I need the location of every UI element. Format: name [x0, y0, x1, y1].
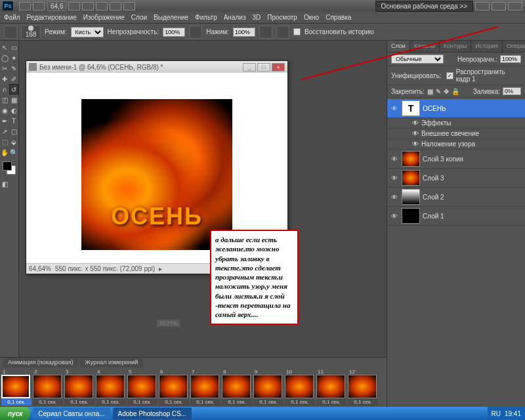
layer-opacity-input[interactable] [500, 55, 521, 63]
rotate-icon[interactable] [96, 2, 108, 10]
doc-info[interactable]: 550 пикс. x 550 пикс. (72,009 ppi) [55, 265, 155, 272]
frame-6[interactable]: 60,1 сек. [159, 369, 189, 406]
tab-actions[interactable]: Операции [503, 41, 525, 52]
marquee-tool[interactable]: ▭ [9, 42, 18, 52]
lock-transparency-icon[interactable]: ▦ [427, 88, 433, 95]
layer-outer-glow[interactable]: 👁 Внешнее свечение [387, 129, 525, 139]
lasso-tool[interactable]: ◯ [0, 52, 9, 63]
crop-tool[interactable]: ✂ [0, 63, 9, 74]
gradient-tool[interactable]: ▦ [9, 94, 18, 105]
lang-indicator[interactable]: RU [492, 410, 501, 417]
doc-minimize[interactable]: _ [243, 63, 256, 72]
menu-window[interactable]: Окно [304, 14, 319, 21]
bridge-icon[interactable] [19, 2, 31, 10]
frame-10[interactable]: 100,1 сек. [285, 369, 315, 406]
doc-close[interactable]: × [272, 63, 285, 72]
menu-3d[interactable]: 3D [252, 14, 261, 21]
brush-tool[interactable]: ✐ [9, 74, 18, 84]
blur-tool[interactable]: ◉ [0, 105, 9, 116]
fill-input[interactable] [503, 87, 521, 95]
doc-maximize[interactable]: □ [257, 63, 270, 72]
workspace-switcher[interactable]: Основная рабочая среда >> [375, 1, 473, 12]
close-button[interactable] [508, 2, 522, 10]
start-button[interactable]: пуск [0, 407, 30, 420]
menu-layer[interactable]: Слои [131, 14, 147, 21]
pressure-size-icon[interactable] [276, 26, 289, 39]
history-checkbox[interactable] [293, 28, 301, 35]
mode-select[interactable]: Кисть [71, 27, 104, 37]
tab-paths[interactable]: Контуры [440, 41, 471, 52]
menu-image[interactable]: Изображение [83, 14, 125, 21]
lock-pixels-icon[interactable]: ✎ [436, 88, 441, 95]
zoom-level[interactable]: 64,6 [47, 1, 66, 11]
maximize-button[interactable] [492, 2, 506, 10]
art-history-brush-icon[interactable] [4, 26, 17, 39]
wand-tool[interactable]: ✦ [9, 52, 18, 63]
menu-view[interactable]: Просмотр [267, 14, 297, 21]
quick-mask[interactable]: ◧ [0, 178, 9, 189]
stamp-tool[interactable]: ⎌ [0, 84, 9, 94]
doc-zoom[interactable]: 64,64% [29, 265, 51, 272]
hand-tool[interactable]: ✋ [0, 147, 9, 158]
zoom-tool[interactable]: 🔍 [9, 147, 18, 158]
menu-help[interactable]: Справка [326, 14, 351, 21]
hand-icon[interactable] [68, 2, 80, 10]
path-tool[interactable]: ↗ [0, 126, 9, 136]
frame-3[interactable]: 30,1 сек. [64, 369, 94, 406]
layer-3[interactable]: 👁Слой 3 [387, 169, 525, 188]
menu-filter[interactable]: Фильтр [195, 14, 217, 21]
layer-text[interactable]: 👁TОСЕНЬ [387, 99, 525, 118]
shape-tool[interactable]: ▢ [9, 126, 18, 136]
layer-1[interactable]: 👁Слой 1 [387, 207, 525, 226]
flow-input[interactable] [233, 28, 255, 37]
airbrush-icon[interactable] [259, 26, 272, 39]
3d-tool[interactable]: ⬚ [0, 136, 9, 147]
move-tool[interactable]: ↖ [0, 42, 9, 52]
menu-select[interactable]: Выделение [154, 14, 188, 21]
lock-all-icon[interactable]: 🔒 [452, 88, 459, 95]
taskbar-item-browser[interactable]: Сериал Сваты онла... [33, 408, 110, 419]
menu-file[interactable]: Файл [4, 14, 20, 21]
zoom-icon[interactable] [82, 2, 94, 10]
layer-effects[interactable]: 👁 Эффекты [387, 118, 525, 129]
frame-7[interactable]: 70,1 сек. [190, 369, 220, 406]
history-brush-tool[interactable]: ↺ [9, 84, 18, 94]
dodge-tool[interactable]: ◐ [9, 105, 18, 116]
layer-3copy[interactable]: 👁Слой 3 копия [387, 150, 525, 169]
arrange-icon[interactable] [110, 2, 121, 10]
layer-pattern-overlay[interactable]: 👁 Наложение узора [387, 139, 525, 150]
frame-1[interactable]: 10,1 сек. [1, 369, 32, 406]
blend-mode-select[interactable]: Обычные [391, 54, 444, 64]
3d-camera-tool[interactable]: ⬙ [9, 136, 18, 147]
frame-8[interactable]: 80,1 сек. [222, 369, 252, 406]
pressure-opacity-icon[interactable] [189, 26, 202, 39]
tab-history[interactable]: История [471, 41, 503, 52]
mini-bridge-icon[interactable] [33, 2, 45, 10]
layer-2[interactable]: 👁Слой 2 [387, 188, 525, 207]
eyedropper-tool[interactable]: ✎ [9, 63, 18, 74]
frame-4[interactable]: 40,1 сек. [96, 369, 126, 406]
menu-edit[interactable]: Редактирование [27, 14, 77, 21]
healing-tool[interactable]: ✚ [0, 74, 9, 84]
frame-12[interactable]: 120,1 сек. [348, 369, 378, 406]
frame-11[interactable]: 110,1 сек. [316, 369, 346, 406]
tab-animation[interactable]: Анимация (покадровая) [3, 358, 79, 368]
type-tool[interactable]: T [9, 116, 18, 126]
minimize-button[interactable] [475, 2, 490, 10]
taskbar-item-photoshop[interactable]: Adobe Photoshop CS... [113, 408, 192, 419]
frame-9[interactable]: 90,1 сек. [253, 369, 284, 406]
visibility-icon[interactable]: 👁 [390, 104, 399, 113]
frame-2[interactable]: 20,1 сек. [33, 369, 63, 406]
brush-preset-picker[interactable]: 168 [21, 25, 41, 39]
pen-tool[interactable]: ✒ [0, 116, 9, 126]
lock-position-icon[interactable]: ✥ [444, 88, 449, 95]
screen-mode-icon[interactable] [123, 2, 135, 10]
eraser-tool[interactable]: ◫ [0, 94, 9, 105]
opacity-input[interactable] [163, 28, 185, 37]
frame-5[interactable]: 50,1 сек. [127, 369, 158, 406]
document-titlebar[interactable]: Без имени-1 @ 64,6% (ОСЕНЬ, RGB/8) * _ □… [26, 61, 287, 73]
tab-measurement[interactable]: Журнал измерений [80, 358, 144, 368]
menu-analysis[interactable]: Анализ [224, 14, 246, 21]
propagate-checkbox[interactable]: ✓ [446, 72, 453, 79]
system-tray[interactable]: RU 19:41 [488, 407, 525, 420]
